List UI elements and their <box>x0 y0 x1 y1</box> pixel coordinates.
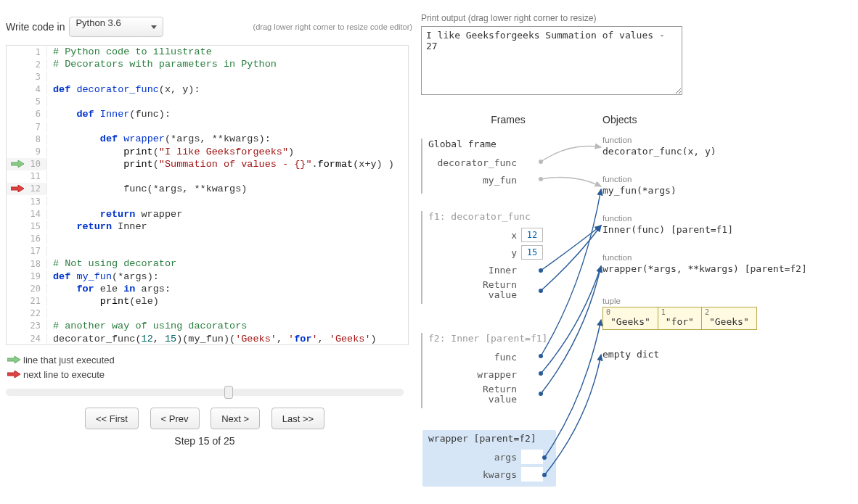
editor-resize-hint: (drag lower right corner to resize code … <box>163 22 412 31</box>
var-return-f2: Return value <box>427 384 521 405</box>
var-func: func <box>427 352 521 363</box>
frame-f1: f1: decorator_func x12 y15 Inner Return … <box>427 211 556 304</box>
obj-inner: function Inner(func) [parent=f1] <box>602 214 733 235</box>
line-number: 19 <box>27 271 47 281</box>
legend-executed-label: line that just executed <box>23 355 115 365</box>
var-x: x <box>427 230 521 241</box>
var-kwargs: kwargs <box>427 469 521 480</box>
obj-wrapper: function wrapper(*args, **kwargs) [paren… <box>602 253 807 274</box>
frame-global: Global frame decorator_func my_fun <box>427 139 556 194</box>
var-inner: Inner <box>427 265 521 276</box>
frame-f2: f2: Inner [parent=f1] func wrapper Retur… <box>427 333 556 408</box>
line-number: 21 <box>27 296 47 306</box>
var-y: y <box>427 247 521 258</box>
code-editor[interactable]: 123456789101112131415161718192021222324 … <box>6 45 409 345</box>
frames-header: Frames <box>421 114 595 125</box>
line-number: 16 <box>27 234 47 244</box>
language-select[interactable]: Python 3.6 <box>69 17 163 37</box>
line-number: 11 <box>27 171 47 181</box>
val-y: 15 <box>521 245 543 260</box>
execution-legend: line that just executed next line to exe… <box>6 352 412 381</box>
output-box[interactable]: I like Geeksforgeeks Summation of values… <box>421 26 682 95</box>
next-line-arrow <box>7 183 27 194</box>
line-number: 24 <box>27 334 47 344</box>
line-number: 17 <box>27 246 47 256</box>
var-return-f1: Return value <box>427 280 521 300</box>
line-number: 1 <box>27 47 47 57</box>
line-number: 7 <box>27 122 47 132</box>
step-indicator: Step 15 of 25 <box>6 435 404 447</box>
write-code-label: Write code in <box>6 21 65 33</box>
next-arrow-icon <box>7 371 20 378</box>
frame-global-title: Global frame <box>427 139 556 149</box>
line-number: 22 <box>27 308 47 318</box>
line-number: 12 <box>27 183 47 194</box>
line-number: 5 <box>27 96 47 107</box>
obj-tuple: tuple 0 1 2 "Geeks" "for" "Geeks" <box>602 297 757 330</box>
line-number: 4 <box>27 84 47 94</box>
objects-header: Objects <box>595 114 740 125</box>
executed-arrow-icon <box>7 356 20 363</box>
prev-button[interactable]: < Prev <box>150 408 200 429</box>
language-value: Python 3.6 <box>75 17 120 28</box>
obj-decorator-func: function decorator_func(x, y) <box>602 136 716 157</box>
line-number: 8 <box>27 134 47 144</box>
frame-f2-title: f2: Inner [parent=f1] <box>427 333 556 344</box>
frame-wrapper: wrapper [parent=f2] args kwargs <box>422 430 556 487</box>
output-label: Print output (drag lower right corner to… <box>421 13 849 23</box>
line-number: 2 <box>27 59 47 70</box>
legend-next-label: next line to execute <box>23 369 105 380</box>
var-wrapper: wrapper <box>427 369 521 380</box>
slider-thumb[interactable] <box>224 386 233 399</box>
line-number: 14 <box>27 209 47 219</box>
step-slider[interactable] <box>6 389 404 396</box>
line-number: 23 <box>27 321 47 331</box>
line-number: 15 <box>27 221 47 231</box>
var-my_fun: my_fun <box>427 175 521 186</box>
var-args: args <box>427 452 521 463</box>
line-number: 20 <box>27 284 47 294</box>
line-number: 18 <box>27 259 47 269</box>
line-number: 9 <box>27 146 47 157</box>
obj-my-fun: function my_fun(*args) <box>602 175 677 196</box>
line-number: 13 <box>27 197 47 207</box>
executed-line-arrow <box>7 159 27 170</box>
line-number: 10 <box>27 159 47 169</box>
var-decorator_func: decorator_func <box>427 157 521 168</box>
frame-wrapper-title: wrapper [parent=f2] <box>427 433 552 444</box>
last-button[interactable]: Last >> <box>271 408 324 429</box>
next-button[interactable]: Next > <box>211 408 260 429</box>
line-number: 6 <box>27 109 47 119</box>
first-button[interactable]: << First <box>85 408 139 429</box>
val-x: 12 <box>521 228 543 242</box>
line-number: 3 <box>27 72 47 82</box>
obj-empty-dict: empty dict <box>602 349 659 360</box>
frame-f1-title: f1: decorator_func <box>427 211 556 222</box>
